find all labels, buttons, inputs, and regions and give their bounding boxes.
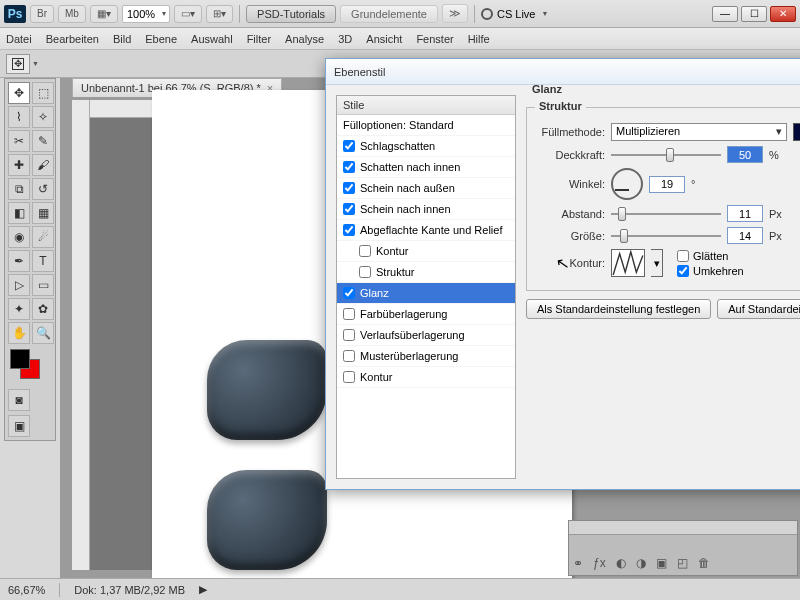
trash-icon[interactable]: 🗑 — [698, 556, 710, 570]
3d-camera-tool[interactable]: ✿ — [32, 298, 54, 320]
reset-default-button[interactable]: Auf Standardeinst — [717, 299, 800, 319]
menu-analyse[interactable]: Analyse — [285, 33, 324, 45]
winkel-input[interactable] — [649, 176, 685, 193]
pen-tool[interactable]: ✒ — [8, 250, 30, 272]
dialog-titlebar[interactable]: Ebenenstil — [326, 59, 800, 85]
style-item-4[interactable]: Schein nach innen — [337, 199, 515, 220]
crop-tool[interactable]: ✂ — [8, 130, 30, 152]
style-checkbox[interactable] — [343, 140, 355, 152]
set-default-button[interactable]: Als Standardeinstellung festlegen — [526, 299, 711, 319]
menu-3d[interactable]: 3D — [338, 33, 352, 45]
workspace-grundelemente[interactable]: Grundelemente — [340, 5, 438, 23]
abstand-slider[interactable] — [611, 206, 721, 222]
groesse-input[interactable] — [727, 227, 763, 244]
menu-bild[interactable]: Bild — [113, 33, 131, 45]
move-tool-indicator[interactable] — [6, 54, 30, 74]
fullmethode-dropdown[interactable]: Multiplizieren — [611, 123, 787, 141]
hand-tool[interactable]: ✋ — [8, 322, 30, 344]
abstand-input[interactable] — [727, 205, 763, 222]
status-arrow-icon[interactable]: ▶ — [199, 583, 207, 596]
eyedropper-tool[interactable]: ✎ — [32, 130, 54, 152]
style-checkbox[interactable] — [343, 224, 355, 236]
style-checkbox[interactable] — [343, 329, 355, 341]
menu-ansicht[interactable]: Ansicht — [366, 33, 402, 45]
glaetten-checkbox[interactable]: Glätten — [677, 250, 744, 262]
style-item-10[interactable]: Verlaufsüberlagerung — [337, 325, 515, 346]
shape-tool[interactable]: ▭ — [32, 274, 54, 296]
type-tool[interactable]: T — [32, 250, 54, 272]
style-checkbox[interactable] — [343, 287, 355, 299]
style-item-0[interactable]: Fülloptionen: Standard — [337, 115, 515, 136]
menu-auswahl[interactable]: Auswahl — [191, 33, 233, 45]
deckkraft-slider[interactable] — [611, 147, 721, 163]
move-tool[interactable]: ✥ — [8, 82, 30, 104]
style-checkbox[interactable] — [343, 182, 355, 194]
link-layers-icon[interactable]: ⚭ — [573, 556, 583, 570]
status-doc-size[interactable]: Dok: 1,37 MB/2,92 MB — [74, 584, 185, 596]
style-checkbox[interactable] — [343, 371, 355, 383]
workspace-psdtutorials[interactable]: PSD-Tutorials — [246, 5, 336, 23]
style-item-7[interactable]: Struktur — [337, 262, 515, 283]
style-checkbox[interactable] — [343, 161, 355, 173]
style-item-8[interactable]: Glanz — [337, 283, 515, 304]
workspace-more[interactable]: ≫ — [442, 4, 468, 23]
style-item-6[interactable]: Kontur — [337, 241, 515, 262]
3d-tool[interactable]: ✦ — [8, 298, 30, 320]
minimize-button[interactable]: — — [712, 6, 738, 22]
foreground-swatch[interactable] — [10, 349, 30, 369]
style-checkbox[interactable] — [359, 245, 371, 257]
marquee-tool[interactable]: ⬚ — [32, 82, 54, 104]
style-checkbox[interactable] — [343, 350, 355, 362]
style-item-2[interactable]: Schatten nach innen — [337, 157, 515, 178]
umkehren-checkbox[interactable]: Umkehren — [677, 265, 744, 277]
panel-scrollbar[interactable] — [569, 521, 797, 535]
dodge-tool[interactable]: ☄ — [32, 226, 54, 248]
quickmask-button[interactable]: ◙ — [8, 389, 30, 411]
status-zoom[interactable]: 66,67% — [8, 584, 45, 596]
screen-mode-button[interactable]: ▦▾ — [90, 5, 118, 23]
close-button[interactable]: ✕ — [770, 6, 796, 22]
gradient-tool[interactable]: ▦ — [32, 202, 54, 224]
history-brush-tool[interactable]: ↺ — [32, 178, 54, 200]
fx-icon[interactable]: ƒx — [593, 556, 606, 570]
kontur-preview[interactable] — [611, 249, 645, 277]
color-swatches[interactable] — [8, 349, 54, 385]
style-checkbox[interactable] — [343, 308, 355, 320]
zoom-tool[interactable]: 🔍 — [32, 322, 54, 344]
brush-tool[interactable]: 🖌 — [32, 154, 54, 176]
lasso-tool[interactable]: ⌇ — [8, 106, 30, 128]
menu-hilfe[interactable]: Hilfe — [468, 33, 490, 45]
maximize-button[interactable]: ☐ — [741, 6, 767, 22]
style-checkbox[interactable] — [359, 266, 371, 278]
style-checkbox[interactable] — [343, 203, 355, 215]
menu-filter[interactable]: Filter — [247, 33, 271, 45]
heal-tool[interactable]: ✚ — [8, 154, 30, 176]
minibridge-button[interactable]: Mb — [58, 5, 86, 23]
style-item-1[interactable]: Schlagschatten — [337, 136, 515, 157]
menu-datei[interactable]: Datei — [6, 33, 32, 45]
blur-tool[interactable]: ◉ — [8, 226, 30, 248]
screenmode-button[interactable]: ▣ — [8, 415, 30, 437]
style-item-9[interactable]: Farbüberlagerung — [337, 304, 515, 325]
eraser-tool[interactable]: ◧ — [8, 202, 30, 224]
style-item-3[interactable]: Schein nach außen — [337, 178, 515, 199]
groesse-slider[interactable] — [611, 228, 721, 244]
wand-tool[interactable]: ✧ — [32, 106, 54, 128]
deckkraft-input[interactable] — [727, 146, 763, 163]
extras-button[interactable]: ⊞▾ — [206, 5, 233, 23]
style-item-12[interactable]: Kontur — [337, 367, 515, 388]
kontur-dropdown[interactable]: ▾ — [651, 249, 663, 277]
arrange-button[interactable]: ▭▾ — [174, 5, 202, 23]
stamp-tool[interactable]: ⧉ — [8, 178, 30, 200]
group-icon[interactable]: ▣ — [656, 556, 667, 570]
bridge-button[interactable]: Br — [30, 5, 54, 23]
cslive-button[interactable]: CS Live ▼ — [481, 8, 548, 20]
menu-ebene[interactable]: Ebene — [145, 33, 177, 45]
zoom-select[interactable]: 100% — [122, 5, 170, 23]
mask-icon[interactable]: ◐ — [616, 556, 626, 570]
menu-bearbeiten[interactable]: Bearbeiten — [46, 33, 99, 45]
menu-fenster[interactable]: Fenster — [416, 33, 453, 45]
style-item-11[interactable]: Musterüberlagerung — [337, 346, 515, 367]
path-tool[interactable]: ▷ — [8, 274, 30, 296]
adjustment-icon[interactable]: ◑ — [636, 556, 646, 570]
